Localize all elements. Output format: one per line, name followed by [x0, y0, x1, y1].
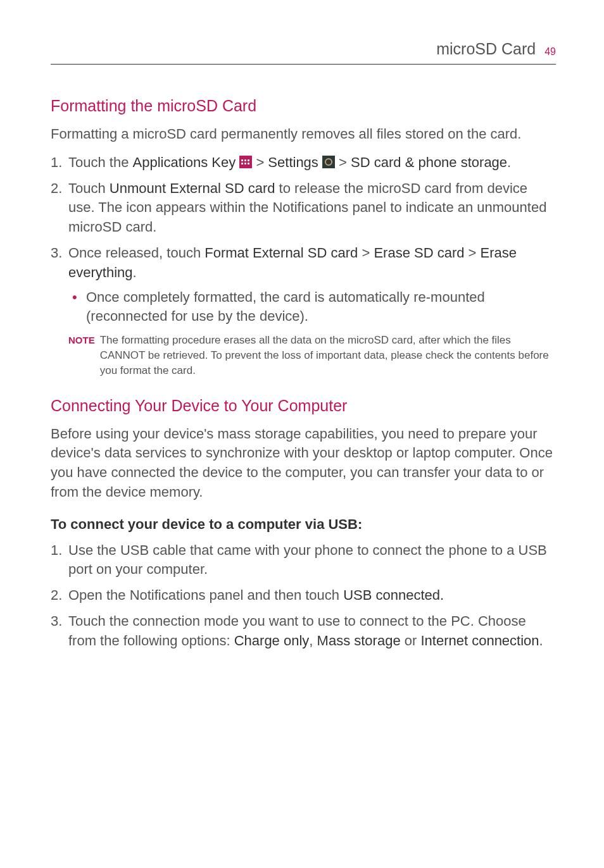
intro-connecting: Before using your device's mass storage … [51, 425, 556, 502]
conn-step-3: Touch the connection mode you want to us… [51, 612, 556, 651]
step-3: Once released, touch Format External SD … [51, 244, 556, 326]
step1-end: . [507, 154, 511, 170]
step3-bullet-1: Once completely formatted, the card is a… [68, 288, 556, 327]
mass-storage-label: Mass storage [317, 633, 401, 648]
heading-formatting: Formatting the microSD Card [51, 95, 556, 117]
unmount-label: Unmount External SD card [110, 180, 275, 196]
step3-p1: Once released, touch [68, 245, 204, 261]
apps-grid-icon [239, 156, 252, 168]
step3-gt2: > [464, 245, 480, 261]
conn-step-2: Open the Notifications panel and then to… [51, 586, 556, 605]
step1-gt1: > [252, 154, 268, 170]
applications-key-label: Applications Key [133, 154, 240, 170]
steps-connecting: Use the USB cable that came with your ph… [51, 541, 556, 651]
conn-step3-c2: or [401, 633, 421, 648]
step1-gt2: > [335, 154, 351, 170]
step3-bullets: Once completely formatted, the card is a… [68, 288, 556, 327]
conn-step3-c1: , [309, 633, 317, 648]
charge-only-label: Charge only [234, 633, 310, 648]
erase-sd-label: Erase SD card [374, 245, 464, 261]
page-header: microSD Card 49 [51, 38, 556, 65]
conn-step3-end: . [539, 633, 543, 648]
internet-connection-label: Internet connection [420, 633, 539, 648]
intro-formatting: Formatting a microSD card permanently re… [51, 125, 556, 144]
section-connecting: Connecting Your Device to Your Computer … [51, 395, 556, 651]
step-1: Touch the Applications Key > Settings > … [51, 153, 556, 173]
steps-formatting: Touch the Applications Key > Settings > … [51, 153, 556, 326]
step-2: Touch Unmount External SD card to releas… [51, 179, 556, 237]
header-title: microSD Card [436, 38, 536, 60]
settings-label: Settings [268, 154, 322, 170]
step2-p1: Touch [68, 180, 110, 196]
conn-step-1: Use the USB cable that came with your ph… [51, 541, 556, 580]
note-label: NOTE [68, 333, 95, 378]
heading-connecting: Connecting Your Device to Your Computer [51, 395, 556, 417]
page-number: 49 [544, 45, 556, 59]
note-block: NOTE The formatting procedure erases all… [51, 333, 556, 378]
section-formatting: Formatting the microSD Card Formatting a… [51, 95, 556, 378]
step3-end: . [133, 264, 137, 280]
note-text: The formatting procedure erases all the … [100, 333, 556, 378]
conn-step2-p1: Open the Notifications panel and then to… [68, 587, 343, 603]
settings-gear-icon [322, 156, 335, 168]
step1-text: Touch the [68, 154, 133, 170]
subheading-usb: To connect your device to a computer via… [51, 515, 556, 535]
sd-card-storage-label: SD card & phone storage [351, 154, 507, 170]
format-external-label: Format External SD card [204, 245, 358, 261]
step3-gt1: > [358, 245, 374, 261]
usb-connected-label: USB connected. [343, 587, 444, 603]
